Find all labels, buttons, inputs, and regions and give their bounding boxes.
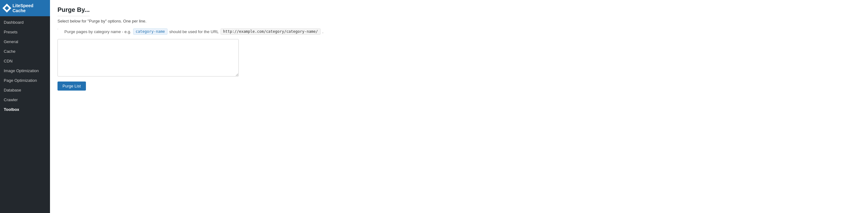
sidebar-item-crawler[interactable]: Crawler	[0, 95, 50, 104]
sidebar-nav: DashboardPresetsGeneralCacheCDNImage Opt…	[0, 16, 50, 114]
purge-textarea[interactable]	[58, 39, 239, 77]
sidebar-item-image-optimization[interactable]: Image Optimization	[0, 66, 50, 75]
sidebar-item-cdn[interactable]: CDN	[0, 56, 50, 66]
sidebar-title: LiteSpeed Cache	[12, 3, 46, 13]
main-content: Purge By... Select below for "Purge by" …	[50, 0, 868, 213]
sidebar-item-cache[interactable]: Cache	[0, 47, 50, 56]
info-text-before: Purge pages by category name - e.g.	[64, 29, 131, 34]
page-title: Purge By...	[58, 6, 90, 16]
sidebar: LiteSpeed Cache DashboardPresetsGeneralC…	[0, 0, 50, 213]
sidebar-item-general[interactable]: General	[0, 37, 50, 47]
sidebar-item-presets[interactable]: Presets	[0, 27, 50, 37]
category-name-badge: category-name	[133, 28, 167, 35]
sidebar-header: LiteSpeed Cache	[0, 0, 50, 16]
sidebar-item-dashboard[interactable]: Dashboard	[0, 18, 50, 27]
url-example-badge: http://example.com/category/category-nam…	[221, 28, 320, 35]
purge-list-button[interactable]: Purge List	[58, 82, 86, 91]
purge-info: Purge pages by category name - e.g. cate…	[64, 28, 323, 35]
litespeed-logo-icon	[2, 4, 11, 12]
sidebar-item-toolbox[interactable]: Toolbox	[0, 104, 50, 114]
page-description: Select below for "Purge by" options. One…	[58, 19, 861, 24]
info-text-middle: should be used for the URL	[169, 29, 219, 34]
purge-tabs	[58, 29, 58, 29]
sidebar-item-page-optimization[interactable]: Page Optimization	[0, 75, 50, 85]
info-text-after: .	[322, 29, 324, 34]
sidebar-item-database[interactable]: Database	[0, 85, 50, 95]
